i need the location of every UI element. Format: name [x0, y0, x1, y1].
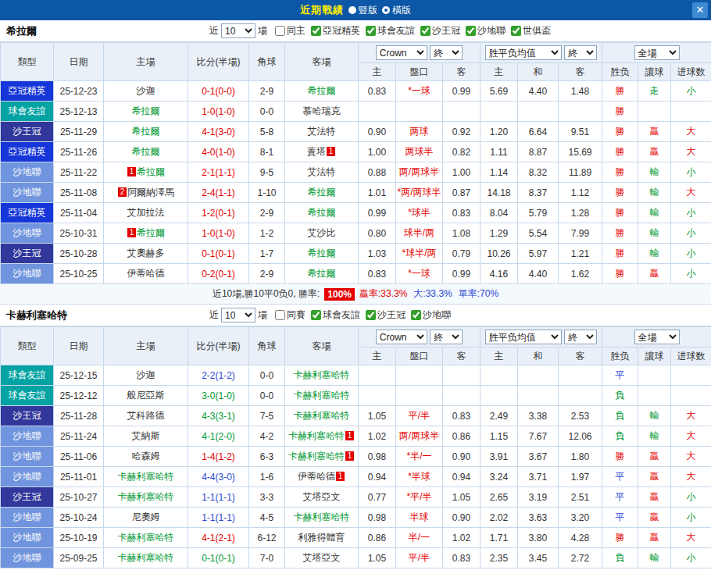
- result-outcome: 勝: [602, 142, 638, 162]
- team-name[interactable]: 艾納斯: [132, 430, 160, 441]
- games-count-select[interactable]: 10: [221, 308, 255, 323]
- competition-filter[interactable]: 球會友誼: [366, 24, 415, 37]
- team-name[interactable]: 希拉爾: [132, 105, 160, 116]
- odds-time-select[interactable]: 終: [430, 45, 463, 60]
- bookmaker-select[interactable]: Crown: [376, 330, 427, 344]
- odds-time-select[interactable]: 終: [430, 330, 463, 344]
- team-name[interactable]: 卡赫利塞哈特: [294, 390, 350, 401]
- team-name[interactable]: 希拉爾: [132, 126, 160, 137]
- filter-checkbox[interactable]: [311, 26, 321, 36]
- avg-away: 1.62: [559, 264, 602, 284]
- filter-checkbox[interactable]: [420, 26, 431, 36]
- odds-handicap: *球半: [396, 203, 443, 223]
- competition-filter[interactable]: 球會友誼: [311, 308, 360, 322]
- avg-time-select[interactable]: 終: [564, 45, 597, 60]
- competition-filter[interactable]: 同賽: [275, 308, 305, 322]
- avg-away: 1.80: [559, 447, 602, 467]
- team-name[interactable]: 艾科路德: [127, 410, 165, 421]
- scope-select[interactable]: 全場: [634, 330, 680, 344]
- close-button[interactable]: ✕: [692, 2, 708, 18]
- result-handicap: 輸: [638, 548, 671, 568]
- bookmaker-select[interactable]: Crown: [376, 45, 427, 60]
- team-name[interactable]: 艾奧赫多: [127, 248, 165, 258]
- team-name[interactable]: 卡赫利塞哈特: [118, 552, 174, 563]
- team-name[interactable]: 希拉爾: [137, 166, 165, 177]
- competition-filter[interactable]: 世俱盃: [511, 24, 551, 37]
- corners-cell: 4-2: [249, 426, 285, 447]
- team-name[interactable]: 利雅得體育: [298, 532, 345, 543]
- team-name[interactable]: 希拉爾: [308, 248, 336, 258]
- avg-draw: 4.40: [518, 264, 559, 284]
- competition-filter[interactable]: 沙王冠: [366, 308, 406, 322]
- competition-filter[interactable]: 同主: [275, 24, 305, 37]
- avg-type-select[interactable]: 胜平负均值: [485, 45, 562, 60]
- home-team-cell: 艾奧赫多: [104, 244, 188, 264]
- view-option-vertical[interactable]: 豎版: [348, 4, 377, 17]
- away-team-cell: 卡赫利塞哈特: [285, 365, 359, 386]
- summary-stat: 單率:70%: [459, 287, 498, 301]
- team-name[interactable]: 卡赫利塞哈特: [294, 410, 350, 421]
- team-name[interactable]: 卡赫利塞哈特: [118, 491, 174, 502]
- filter-label: 沙王冠: [432, 24, 460, 37]
- team-name[interactable]: 卡赫利塞哈特: [294, 369, 350, 380]
- filter-checkbox[interactable]: [275, 26, 285, 36]
- avg-away: 12.06: [559, 426, 602, 447]
- corners-cell: 3-3: [249, 487, 285, 508]
- team-name[interactable]: 卡赫利塞哈特: [294, 511, 350, 522]
- team-name[interactable]: 希拉爾: [308, 187, 336, 198]
- filter-checkbox[interactable]: [466, 26, 476, 36]
- games-count-select[interactable]: 10: [221, 23, 255, 38]
- filter-checkbox[interactable]: [366, 310, 376, 320]
- competition-filter[interactable]: 沙地聯: [411, 308, 451, 322]
- team-name[interactable]: 艾法特: [308, 166, 336, 177]
- view-option-horizontal[interactable]: 橫版: [382, 4, 411, 17]
- radio-icon-horizontal[interactable]: [382, 6, 390, 14]
- filter-checkbox[interactable]: [511, 26, 521, 36]
- team-name[interactable]: 卡赫利塞哈特: [288, 430, 345, 441]
- team-name[interactable]: 伊蒂哈德: [127, 268, 165, 279]
- team-name[interactable]: 阿爾納澤馬: [127, 187, 174, 198]
- team-name[interactable]: 般尼亞斯: [127, 390, 165, 401]
- result-goals: 小: [671, 203, 711, 223]
- team-name[interactable]: 尼奧姆: [132, 511, 160, 522]
- team-name[interactable]: 卡赫利塞哈特: [118, 471, 174, 482]
- avg-type-select[interactable]: 胜平负均值: [485, 330, 562, 344]
- team-name[interactable]: 蕢塔: [307, 146, 326, 157]
- competition-tag: 沙地聯: [1, 548, 54, 568]
- filter-checkbox[interactable]: [275, 310, 285, 320]
- col-header-corners: 角球: [249, 43, 285, 81]
- team-name[interactable]: 艾法特: [308, 126, 336, 137]
- away-team-cell: 利雅得體育: [285, 528, 359, 548]
- filter-checkbox[interactable]: [366, 26, 376, 36]
- competition-tag: 沙王冠: [1, 122, 54, 142]
- team-name[interactable]: 希拉爾: [308, 268, 336, 279]
- results-table-2: 類型 日期 主場 比分(半場) 角球 客場 Crown 終 胜平负均值 終 全場…: [0, 326, 711, 568]
- avg-time-select[interactable]: 終: [564, 330, 597, 344]
- radio-icon-vertical[interactable]: [348, 6, 356, 14]
- filter-checkbox[interactable]: [411, 310, 421, 320]
- team-name[interactable]: 卡赫利塞哈特: [288, 451, 345, 461]
- team-name[interactable]: 艾塔亞文: [303, 552, 341, 563]
- team-name[interactable]: 希拉爾: [137, 227, 165, 238]
- team-name[interactable]: 希拉爾: [308, 85, 336, 96]
- team-name[interactable]: 伊蒂哈德: [298, 471, 335, 482]
- filter-checkbox[interactable]: [311, 310, 321, 320]
- team-name[interactable]: 艾沙比: [308, 227, 336, 238]
- competition-tag: 沙地聯: [1, 508, 54, 528]
- team-name[interactable]: 艾加拉法: [127, 207, 165, 218]
- result-goals: 大: [671, 183, 711, 203]
- competition-filter[interactable]: 沙地聯: [466, 24, 506, 37]
- team-name[interactable]: 希拉爾: [132, 146, 160, 157]
- team-name[interactable]: 哈森姆: [132, 451, 160, 461]
- team-name[interactable]: 卡赫利塞哈特: [118, 532, 174, 543]
- scope-select[interactable]: 全場: [634, 45, 680, 60]
- team-name[interactable]: 艾塔亞文: [303, 491, 341, 502]
- team-name[interactable]: 沙迦: [137, 85, 155, 96]
- team-name[interactable]: 希拉爾: [308, 207, 336, 218]
- competition-filter[interactable]: 亞冠精英: [311, 24, 360, 37]
- match-date: 25-10-27: [54, 487, 104, 508]
- competition-filter[interactable]: 沙王冠: [420, 24, 460, 37]
- team-name[interactable]: 沙迦: [137, 369, 155, 380]
- match-row: 沙地聯25-10-311希拉爾1-0(1-0)1-2艾沙比0.80球半/两1.0…: [1, 223, 711, 244]
- team-name[interactable]: 慕哈瑞克: [303, 105, 341, 116]
